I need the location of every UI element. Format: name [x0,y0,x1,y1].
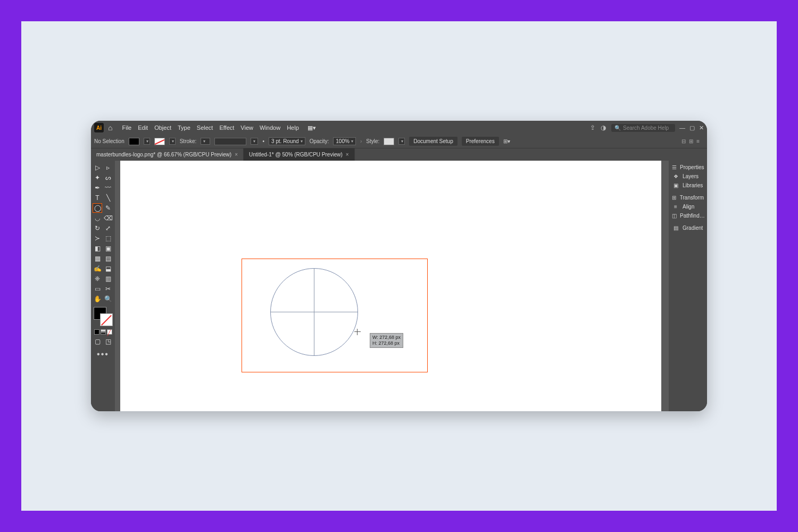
hand-tool-icon[interactable]: ✋ [93,294,102,304]
color-mode-icon[interactable] [94,329,99,335]
ellipse-tool-icon[interactable]: ◯ [93,203,102,213]
stroke-label: Stroke: [180,138,197,144]
panel-layers[interactable]: ❖Layers [671,172,705,181]
style-dropdown[interactable] [398,138,405,145]
layers-icon: ❖ [672,173,679,179]
panel-transform[interactable]: ⊞Transform [671,193,705,202]
menu-object[interactable]: Object [154,124,171,131]
search-placeholder: Search Adobe Help [623,125,669,131]
variable-width-profile[interactable]: 3 pt. Round [269,137,305,145]
screen-mode-icon[interactable]: ▢ [93,337,103,346]
graph-tool-icon[interactable]: ▥ [103,274,113,284]
panel-menu-icon[interactable]: ≡ [696,138,700,144]
workspace-switcher-icon[interactable]: ▦▾ [307,124,316,131]
artboard-tool-icon[interactable]: ▭ [93,284,102,294]
brush-definition[interactable] [214,138,246,145]
toolbar: ▷ ▹ ✦ ᔕ ✒ 〰 T ╲ ◯ ✎ ◡ ⌫ ↻ ⤢ ≻ ⬚ ◧ ▣ ▦ ▤ [91,161,115,411]
selection-tool-icon[interactable]: ▷ [93,163,102,172]
eyedropper-tool-icon[interactable]: ✍ [93,264,102,273]
transform-icon: ⊞ [672,195,677,201]
direct-selection-tool-icon[interactable]: ▹ [103,163,113,172]
blend-tool-icon[interactable]: ⬓ [103,264,113,273]
mesh-tool-icon[interactable]: ▦ [93,254,102,263]
slice-tool-icon[interactable]: ✂ [103,284,113,294]
panel-pathfinder[interactable]: ◫Pathfind… [671,211,705,220]
align-to-icon[interactable]: ⊞▾ [503,138,510,144]
menu-view[interactable]: View [240,124,253,131]
panel-libraries[interactable]: ▣Libraries [671,181,705,190]
properties-icon: ☰ [672,164,677,170]
pen-tool-icon[interactable]: ✒ [93,183,102,193]
draw-mode-icon[interactable]: ◳ [104,337,113,346]
eraser-tool-icon[interactable]: ⌫ [103,213,113,223]
control-bar: No Selection Stroke: • 3 pt. Round Opaci… [91,135,707,148]
close-icon[interactable]: ✕ [699,124,704,131]
menu-type[interactable]: Type [178,124,190,131]
scale-tool-icon[interactable]: ⤢ [103,223,113,233]
maximize-icon[interactable]: ▢ [689,124,695,131]
tab-masterbundles[interactable]: masterbundles-logo.png* @ 66.67% (RGB/CP… [91,148,244,161]
edit-toolbar-icon[interactable]: ••• [93,350,113,359]
tab-untitled1[interactable]: Untitled-1* @ 50% (RGB/CPU Preview) × [244,148,355,161]
illustrator-window: Ai ⌂ File Edit Object Type Select Effect… [91,121,707,411]
zoom-tool-icon[interactable]: 🔍 [103,294,113,304]
fill-stroke-control[interactable] [94,307,113,326]
panel-properties[interactable]: ☰Properties [671,163,705,172]
opacity-input[interactable]: 100% [333,137,356,145]
tab-close-icon[interactable]: × [235,152,238,157]
menu-edit[interactable]: Edit [138,124,148,131]
menu-file[interactable]: File [122,124,131,131]
rotate-tool-icon[interactable]: ↻ [93,223,102,233]
menu-window[interactable]: Window [260,124,280,131]
shaper-tool-icon[interactable]: ◡ [93,213,102,223]
home-icon[interactable]: ⌂ [108,123,112,132]
lasso-tool-icon[interactable]: ᔕ [103,173,113,182]
magic-wand-tool-icon[interactable]: ✦ [93,173,102,182]
tab-close-icon[interactable]: × [346,152,349,157]
search-input[interactable]: 🔍 Search Adobe Help [611,124,675,132]
cursor-crosshair-icon [354,329,361,335]
style-label: Style: [366,138,379,144]
none-mode-icon[interactable]: ╱ [107,329,112,335]
menu-effect[interactable]: Effect [219,124,234,131]
perspective-tool-icon[interactable]: ▣ [103,244,113,253]
menu-select[interactable]: Select [197,124,213,131]
guide-vertical [314,268,314,356]
panel-align[interactable]: ≡Align [671,202,705,211]
stroke-weight-input[interactable] [201,138,210,145]
fill-swatch[interactable] [129,138,139,145]
share-icon[interactable]: ⇪ [590,124,595,131]
pathfinder-icon: ◫ [672,213,677,219]
gradient-mode-icon[interactable] [101,329,106,335]
arrange-icon[interactable]: ◑ [601,124,606,131]
snap-icon[interactable]: ⊟ [681,138,686,144]
stroke-color-icon[interactable] [100,313,113,326]
graphic-style-swatch[interactable] [384,138,394,145]
app-logo-icon: Ai [94,123,104,132]
line-tool-icon[interactable]: ╲ [103,193,113,203]
menu-help[interactable]: Help [287,124,299,131]
fill-dropdown[interactable] [144,138,150,145]
tab-label: masterbundles-logo.png* @ 66.67% (RGB/CP… [96,152,231,157]
search-icon: 🔍 [614,125,621,131]
panel-gradient[interactable]: ▤Gradient [671,223,705,232]
preferences-button[interactable]: Preferences [462,137,499,146]
stroke-swatch[interactable] [154,138,165,145]
symbol-sprayer-tool-icon[interactable]: ❈ [93,274,102,284]
type-tool-icon[interactable]: T [93,193,102,203]
minimize-icon[interactable]: — [679,124,685,131]
stroke-dropdown[interactable] [169,138,176,145]
canvas[interactable]: W: 272,68 px H: 272,68 px [115,161,669,411]
grid-icon[interactable]: ⊞ [689,138,693,144]
libraries-icon: ▣ [672,182,679,188]
gradient-tool-icon[interactable]: ▤ [103,254,113,263]
free-transform-tool-icon[interactable]: ⬚ [103,234,113,243]
document-setup-button[interactable]: Document Setup [409,137,458,146]
shape-builder-tool-icon[interactable]: ◧ [93,244,102,253]
curvature-tool-icon[interactable]: 〰 [103,183,113,193]
opacity-label: Opacity: [310,138,329,144]
paintbrush-tool-icon[interactable]: ✎ [103,203,113,213]
width-tool-icon[interactable]: ≻ [93,234,102,243]
brush-dropdown[interactable] [251,138,258,145]
panel-dock: ☰Properties ❖Layers ▣Libraries ⊞Transfor… [669,161,707,411]
